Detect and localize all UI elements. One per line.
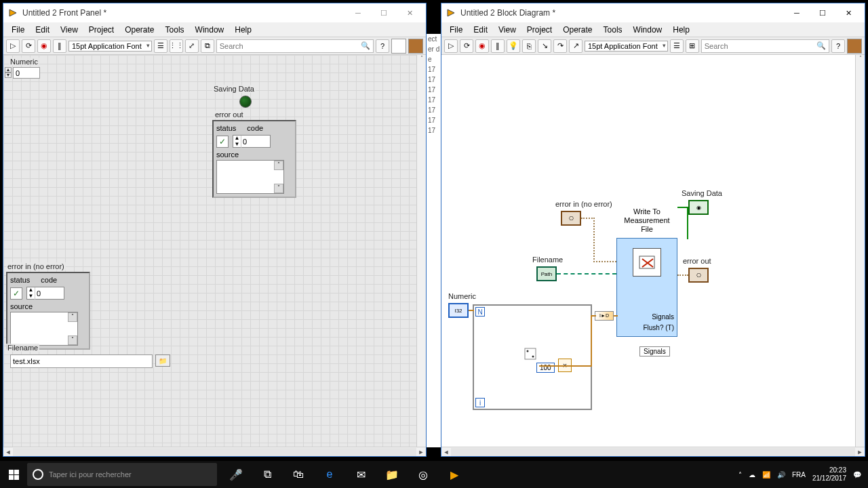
vi-icon[interactable] [391, 39, 406, 54]
align-button[interactable]: ☰ [154, 39, 167, 53]
bd-canvas[interactable]: error in (no error) ⎔ Filename Path Nume… [441, 55, 865, 447]
scroll-right-icon[interactable]: ► [855, 447, 865, 457]
loop-n-terminal[interactable]: N [475, 307, 485, 317]
numeric-terminal[interactable]: I32 [448, 303, 469, 318]
scroll-left-icon[interactable]: ◄ [3, 447, 13, 457]
pause-button[interactable]: ‖ [53, 39, 66, 53]
menu-operate[interactable]: Operate [557, 24, 597, 36]
vscrollbar[interactable]: ˄ [416, 55, 426, 447]
scroll-right-icon[interactable]: ► [416, 447, 426, 457]
write-measurement-file-vi[interactable]: Write To Measurement File Signals Flush?… [616, 238, 677, 337]
volume-icon[interactable]: 🔊 [777, 471, 785, 479]
labview-taskbar-icon[interactable]: ▶ [441, 461, 468, 488]
reorder-button[interactable]: ⧉ [201, 39, 214, 53]
help-button[interactable]: ? [831, 39, 845, 53]
mail-icon[interactable]: ✉ [347, 461, 374, 488]
explorer-icon[interactable]: 📁 [378, 461, 406, 488]
cortana-mic-icon[interactable]: 🎤 [222, 461, 250, 488]
vscrollbar[interactable]: ˄ [855, 55, 865, 447]
taskbar-search[interactable]: Taper ici pour rechercher [27, 463, 217, 486]
hscrollbar[interactable]: ◄ ► [3, 447, 426, 456]
build-array-node[interactable]: I►D [595, 311, 614, 321]
hscrollbar[interactable]: ◄ ► [441, 447, 865, 456]
help-button[interactable]: ? [376, 39, 389, 53]
code-input-2[interactable] [35, 289, 62, 298]
connector-icon[interactable] [408, 39, 423, 54]
tray-chevron-icon[interactable]: ˄ [738, 471, 742, 479]
close-button[interactable]: ✕ [836, 5, 861, 20]
scroll-up-icon[interactable]: ˄ [274, 161, 283, 170]
run-continuous-button[interactable]: ⟳ [460, 39, 473, 53]
menu-project[interactable]: Project [521, 24, 557, 36]
filename-input[interactable]: test.xlsx [10, 354, 153, 368]
vi-icon[interactable] [847, 39, 862, 54]
menu-file[interactable]: File [444, 24, 468, 36]
run-button[interactable]: ▷ [6, 39, 20, 53]
numeric-input[interactable] [13, 67, 40, 79]
scroll-left-icon[interactable]: ◄ [441, 447, 451, 457]
start-button[interactable] [0, 461, 27, 488]
menu-edit[interactable]: Edit [30, 24, 55, 36]
numeric-stepper[interactable]: ▲▼ [5, 67, 12, 78]
status-check-2[interactable]: ✓ [10, 287, 22, 300]
menu-tools[interactable]: Tools [160, 24, 190, 36]
for-loop[interactable]: N i 100 × [473, 304, 592, 410]
maximize-button[interactable]: ☐ [372, 5, 396, 20]
search-input[interactable] [705, 42, 816, 50]
status-check[interactable]: ✓ [216, 136, 229, 148]
store-icon[interactable]: 🛍 [285, 461, 312, 488]
menu-view[interactable]: View [55, 24, 83, 36]
menu-window[interactable]: Window [628, 24, 668, 36]
saving-data-terminal[interactable]: ◉ [688, 200, 709, 215]
notifications-icon[interactable]: 💬 [853, 471, 861, 479]
source-box[interactable]: ˄ ˅ [216, 160, 284, 194]
resize-button[interactable]: ⤢ [185, 39, 199, 53]
distribute-button[interactable]: ⋮⋮ [170, 39, 183, 53]
constant-100[interactable]: 100 [536, 363, 555, 373]
menu-edit[interactable]: Edit [468, 24, 493, 36]
error-out-terminal[interactable]: ⎔ [688, 268, 709, 283]
menu-help[interactable]: Help [667, 24, 695, 36]
loop-i-terminal[interactable]: i [475, 398, 485, 407]
filename-terminal[interactable]: Path [536, 266, 557, 281]
pause-button[interactable]: ‖ [491, 39, 505, 53]
run-button[interactable]: ▷ [444, 39, 458, 53]
menu-tools[interactable]: Tools [598, 24, 628, 36]
maximize-button[interactable]: ☐ [810, 5, 835, 20]
font-selector[interactable]: 15pt Application Font [585, 41, 668, 52]
step-out-button[interactable]: ↗ [569, 39, 583, 53]
step-into-button[interactable]: ↘ [538, 39, 551, 53]
align-button[interactable]: ☰ [670, 39, 684, 53]
bd-titlebar[interactable]: Untitled 2 Block Diagram * ─ ☐ ✕ [441, 3, 865, 22]
fp-titlebar[interactable]: Untitled 2 Front Panel * ─ ☐ ✕ [3, 3, 426, 22]
code-input[interactable] [241, 138, 269, 146]
highlight-button[interactable]: 💡 [507, 39, 520, 53]
retain-button[interactable]: ⎘ [522, 39, 536, 53]
font-selector[interactable]: 15pt Application Font [68, 41, 152, 52]
menu-view[interactable]: View [493, 24, 521, 36]
minimize-button[interactable]: ─ [785, 5, 809, 20]
menu-file[interactable]: File [6, 24, 30, 36]
search-input[interactable] [220, 42, 361, 50]
scroll-down-icon[interactable]: ˅ [68, 336, 77, 345]
menu-project[interactable]: Project [83, 24, 119, 36]
menu-help[interactable]: Help [229, 24, 257, 36]
edge-icon[interactable]: e [316, 461, 343, 488]
minimize-button[interactable]: ─ [346, 5, 370, 20]
error-in-terminal[interactable]: ⎔ [561, 211, 581, 226]
fp-canvas[interactable]: Numeric ▲▼ Saving Data error out status … [3, 55, 426, 447]
abort-button[interactable]: ◉ [37, 39, 51, 53]
taskbar-clock[interactable]: 20:23 21/12/2017 [812, 466, 846, 483]
chrome-icon[interactable]: ◎ [410, 461, 437, 488]
source-box-2[interactable]: ˄ ˅ [10, 312, 78, 346]
fp-search[interactable]: 🔍 [216, 39, 374, 53]
onedrive-icon[interactable]: ☁ [749, 471, 755, 479]
step-over-button[interactable]: ↷ [553, 39, 567, 53]
scroll-down-icon[interactable]: ˅ [274, 184, 283, 193]
menu-window[interactable]: Window [190, 24, 230, 36]
scroll-up-icon[interactable]: ˄ [68, 312, 77, 322]
network-icon[interactable]: 📶 [762, 471, 770, 479]
abort-button[interactable]: ◉ [475, 39, 489, 53]
cleanup-button[interactable]: ⊞ [686, 39, 699, 53]
menu-operate[interactable]: Operate [119, 24, 159, 36]
